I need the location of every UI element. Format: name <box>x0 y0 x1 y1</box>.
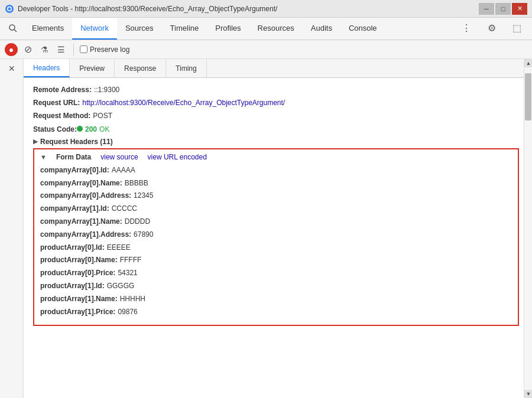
record-button[interactable]: ● <box>5 43 18 56</box>
minimize-button[interactable]: ─ <box>479 3 494 15</box>
tab-bar: Headers Preview Response Timing <box>24 59 524 78</box>
form-key-6: productArray[0].Id: <box>40 242 105 254</box>
nav-search[interactable] <box>2 18 24 40</box>
view-toggle-button[interactable]: ☰ <box>54 43 67 56</box>
close-button[interactable]: ✕ <box>512 3 527 15</box>
clear-button[interactable]: ⊘ <box>21 43 34 56</box>
form-row-5: companyArray[1].Address: 67890 <box>40 229 512 241</box>
toolbar: ● ⊘ ⚗ ☰ Preserve log <box>0 40 532 59</box>
form-key-4: companyArray[1].Name: <box>40 216 122 228</box>
nav-more-tools[interactable]: ⋮ <box>453 18 479 40</box>
maximize-button[interactable]: □ <box>495 3 511 15</box>
form-val-0: AAAAA <box>112 165 135 177</box>
view-source-link[interactable]: view source <box>100 153 138 161</box>
remote-address-label: Remote Address: <box>33 84 92 96</box>
svg-point-2 <box>8 7 11 10</box>
form-val-9: GGGGG <box>107 280 135 292</box>
chrome-icon <box>5 4 14 14</box>
form-key-10: productArray[1].Name: <box>40 293 118 305</box>
status-dot <box>77 126 83 132</box>
form-val-8: 54321 <box>118 267 137 279</box>
svg-point-3 <box>9 25 15 30</box>
form-row-2: companyArray[0].Address: 12345 <box>40 190 512 202</box>
form-row-7: productArray[0].Name: FFFFF <box>40 255 512 266</box>
nav-item-sources[interactable]: Sources <box>117 18 162 40</box>
sidebar-close-button[interactable]: ✕ <box>5 61 19 76</box>
filter-button[interactable]: ⚗ <box>38 43 51 56</box>
status-code-ok: OK <box>99 124 109 135</box>
tab-preview[interactable]: Preview <box>70 59 115 77</box>
tab-response[interactable]: Response <box>115 59 166 77</box>
tab-headers[interactable]: Headers <box>24 59 70 77</box>
request-headers-arrow: ▶ <box>33 138 38 145</box>
nav-item-console[interactable]: Console <box>340 18 385 40</box>
status-code-row: Status Code: 200 OK <box>33 124 524 135</box>
svg-line-4 <box>14 30 17 32</box>
title-bar-buttons: ─ □ ✕ <box>479 3 527 15</box>
preserve-log-checkbox[interactable] <box>80 45 87 53</box>
nav-undock[interactable]: ⬚ <box>504 18 530 40</box>
preserve-log-label[interactable]: Preserve log <box>80 45 129 54</box>
form-key-5: companyArray[1].Address: <box>40 229 131 241</box>
left-sidebar: ✕ <box>0 59 24 398</box>
nav-item-profiles[interactable]: Profiles <box>207 18 249 40</box>
form-row-4: companyArray[1].Name: DDDDD <box>40 216 512 228</box>
nav-item-elements[interactable]: Elements <box>24 18 72 40</box>
form-data-rows: companyArray[0].Id: AAAAAcompanyArray[0]… <box>40 165 512 318</box>
nav-settings[interactable]: ⚙ <box>479 18 504 40</box>
request-url-row: Request URL: http://localhost:9300/Recei… <box>33 97 524 109</box>
scroll-up-arrow[interactable]: ▲ <box>524 59 532 67</box>
request-url-value: http://localhost:9300/Receive/Echo_Array… <box>82 97 285 109</box>
form-key-0: companyArray[0].Id: <box>40 165 109 177</box>
form-key-1: companyArray[0].Name: <box>40 178 122 190</box>
form-val-1: BBBBB <box>125 178 148 190</box>
form-val-11: 09876 <box>118 306 137 318</box>
form-key-3: companyArray[1].Id: <box>40 203 109 215</box>
main-panel: Headers Preview Response Timing Remote A… <box>24 59 524 398</box>
request-url-label: Request URL: <box>33 97 80 109</box>
form-row-3: companyArray[1].Id: CCCCC <box>40 203 512 215</box>
nav-item-resources[interactable]: Resources <box>249 18 303 40</box>
form-val-2: 12345 <box>134 190 153 202</box>
form-row-10: productArray[1].Name: HHHHH <box>40 293 512 305</box>
status-code-label: Status Code: <box>33 124 77 135</box>
view-url-encoded-link[interactable]: view URL encoded <box>148 153 207 161</box>
form-val-7: FFFFF <box>120 255 142 266</box>
request-headers-title: Request Headers (11) <box>40 138 113 146</box>
form-val-3: CCCCC <box>112 203 137 215</box>
nav-item-timeline[interactable]: Timeline <box>162 18 207 40</box>
form-data-arrow: ▼ <box>40 154 47 161</box>
form-data-title: Form Data <box>56 153 91 161</box>
window-title: Developer Tools - http://localhost:9300/… <box>18 5 277 13</box>
form-row-1: companyArray[0].Name: BBBBB <box>40 178 512 190</box>
scroll-track <box>524 67 532 390</box>
form-key-2: companyArray[0].Address: <box>40 190 131 202</box>
scroll-down-arrow[interactable]: ▼ <box>524 390 532 398</box>
title-bar-left: Developer Tools - http://localhost:9300/… <box>5 4 277 14</box>
form-row-6: productArray[0].Id: EEEEE <box>40 242 512 254</box>
request-method-value: POST <box>93 110 112 122</box>
tab-timing[interactable]: Timing <box>166 59 207 77</box>
form-row-8: productArray[0].Price: 54321 <box>40 267 512 279</box>
form-val-4: DDDDD <box>125 216 150 228</box>
status-code-number: 200 <box>85 124 97 135</box>
request-method-label: Request Method: <box>33 110 90 122</box>
form-row-0: companyArray[0].Id: AAAAA <box>40 165 512 177</box>
form-val-10: HHHHH <box>120 293 145 305</box>
form-row-9: productArray[1].Id: GGGGG <box>40 280 512 292</box>
scroll-thumb[interactable] <box>525 73 531 120</box>
form-key-9: productArray[1].Id: <box>40 280 105 292</box>
form-row-11: productArray[1].Price: 09876 <box>40 306 512 318</box>
content-area: ✕ Headers Preview Response Timing Remote… <box>0 59 532 398</box>
remote-address-row: Remote Address: ::1:9300 <box>33 84 524 96</box>
form-key-8: productArray[0].Price: <box>40 267 115 279</box>
title-bar: Developer Tools - http://localhost:9300/… <box>0 0 532 18</box>
search-icon <box>8 24 18 33</box>
form-data-section: ▼ Form Data view source view URL encoded… <box>33 148 519 327</box>
request-headers-section[interactable]: ▶ Request Headers (11) <box>33 138 524 146</box>
form-key-11: productArray[1].Price: <box>40 306 115 318</box>
form-data-header: ▼ Form Data view source view URL encoded <box>40 153 512 161</box>
nav-item-audits[interactable]: Audits <box>303 18 340 40</box>
details-content: Remote Address: ::1:9300 Request URL: ht… <box>24 78 524 398</box>
nav-item-network[interactable]: Network <box>72 18 117 40</box>
